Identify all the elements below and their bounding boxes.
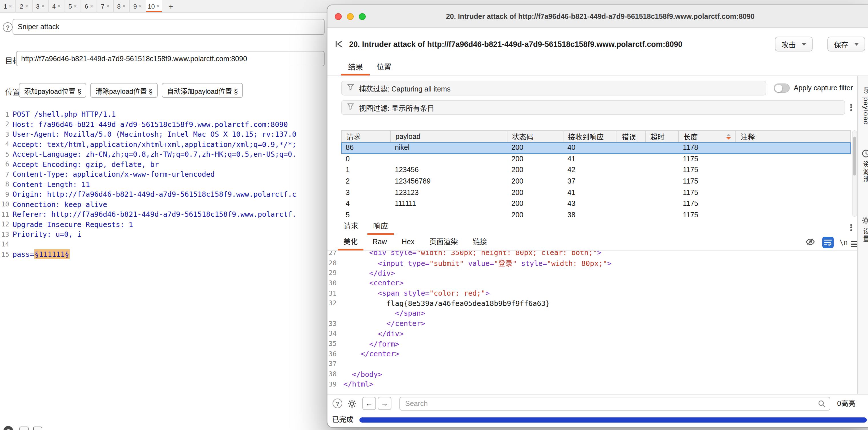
- cell: 1: [341, 165, 390, 176]
- tab-close-icon[interactable]: ×: [25, 3, 28, 9]
- position-button-2[interactable]: 自动添加payload位置 §: [162, 83, 243, 98]
- side-panel-设置[interactable]: 设置: [858, 216, 868, 242]
- zoom-button[interactable]: [359, 13, 366, 20]
- target-input[interactable]: [16, 51, 324, 66]
- request-editor[interactable]: 1POST /shell.php HTTP/1.12Host: f7a96d46…: [0, 109, 326, 275]
- tab-2[interactable]: 2×: [16, 0, 33, 12]
- cell: 1178: [678, 142, 736, 153]
- column-header-3[interactable]: 接收到响应: [563, 131, 617, 142]
- new-tab-button[interactable]: +: [165, 0, 177, 12]
- code-line: 28 <input type="submit" value="登录" style…: [328, 258, 857, 267]
- line-number: 4: [0, 140, 12, 148]
- view-filter-bar[interactable]: 视图过滤: 显示所有条目: [341, 100, 845, 115]
- view-tab-3[interactable]: 页面渲染: [424, 235, 464, 251]
- table-row[interactable]: 3123123200411175: [341, 188, 851, 199]
- tab-close-icon[interactable]: ×: [157, 3, 160, 9]
- help-icon-bottom[interactable]: ?: [3, 426, 13, 430]
- column-header-6[interactable]: 长度: [679, 131, 736, 142]
- tab-5[interactable]: 5×: [65, 0, 81, 12]
- attack-button[interactable]: 攻击: [775, 37, 813, 52]
- capture-filter-bar[interactable]: 捕获过滤: Capturing all items: [341, 81, 766, 95]
- code-line-text: <div style="width: 350px; height: 80px; …: [339, 251, 601, 257]
- tab-6[interactable]: 6×: [81, 0, 97, 12]
- position-button-0[interactable]: 添加payload位置 §: [19, 83, 86, 98]
- bottom-toolbar-button[interactable]: [33, 427, 42, 430]
- cell: [736, 142, 851, 153]
- tab-8[interactable]: 8×: [114, 0, 130, 12]
- result-tab-1[interactable]: 位置: [370, 60, 398, 76]
- cell: 123123: [390, 188, 507, 199]
- table-scrollbar[interactable]: [852, 131, 857, 217]
- tab-close-icon[interactable]: ×: [74, 3, 77, 9]
- request-line: 14: [0, 239, 326, 249]
- view-tab-4[interactable]: 链接: [467, 235, 493, 251]
- detail-menu-icon[interactable]: [846, 220, 856, 232]
- cell: 2: [341, 176, 390, 187]
- column-header-1[interactable]: payload: [391, 131, 507, 142]
- request-editor-lines: 1POST /shell.php HTTP/1.12Host: f7a96d46…: [0, 109, 326, 259]
- help-icon[interactable]: ?: [3, 22, 12, 32]
- cell: 111111: [390, 199, 507, 210]
- result-tab-0[interactable]: 结果: [341, 60, 370, 76]
- tab-close-icon[interactable]: ×: [122, 3, 126, 9]
- side-panel-资源池[interactable]: 资源池: [858, 149, 868, 183]
- detail-tab-0[interactable]: 请求: [338, 219, 364, 235]
- positions-label: 位置: [5, 86, 20, 97]
- table-row[interactable]: 4111111200431175: [341, 199, 851, 210]
- dock-back-icon[interactable]: [334, 39, 343, 51]
- request-line-text: Accept-Encoding: gzip, deflate, br: [12, 160, 159, 169]
- table-row[interactable]: 1123456200421175: [341, 165, 851, 176]
- save-button[interactable]: 保存: [828, 37, 865, 52]
- tab-close-icon[interactable]: ×: [57, 3, 61, 9]
- tab-1[interactable]: 1×: [0, 0, 16, 12]
- detail-tab-1[interactable]: 响应: [367, 219, 394, 235]
- column-header-5[interactable]: 超时: [646, 131, 679, 142]
- side-panel-label: 资源池: [861, 161, 868, 183]
- bottom-toolbar-button[interactable]: [20, 427, 29, 430]
- hide-icon[interactable]: [805, 237, 815, 249]
- column-header-0[interactable]: 请求: [342, 131, 391, 142]
- attack-name-input[interactable]: [12, 19, 324, 35]
- column-header-2[interactable]: 状态码: [507, 131, 563, 142]
- search-back-button[interactable]: ←: [362, 397, 376, 410]
- table-row[interactable]: 86nikel200401178: [341, 142, 851, 153]
- tab-close-icon[interactable]: ×: [90, 3, 93, 9]
- screen: 1×2×3×4×5×6×7×8×9×10× + ? 目标 位置 添加payloa…: [0, 0, 868, 430]
- position-button-1[interactable]: 清除payload位置 §: [90, 83, 158, 98]
- view-filter-menu-icon[interactable]: [846, 100, 856, 112]
- word-wrap-icon[interactable]: [822, 237, 834, 248]
- tab-9[interactable]: 9×: [130, 0, 146, 12]
- search-input[interactable]: [399, 397, 830, 410]
- tab-4[interactable]: 4×: [49, 0, 65, 12]
- view-tab-2[interactable]: Hex: [396, 235, 420, 251]
- code-line: 38 </body>: [328, 369, 857, 379]
- tab-10[interactable]: 10×: [146, 0, 162, 12]
- cell: 123456789: [390, 176, 507, 187]
- response-code-view[interactable]: 27 <div style="width: 350px; height: 80p…: [328, 251, 857, 394]
- tab-3[interactable]: 3×: [33, 0, 49, 12]
- tab-7[interactable]: 7×: [97, 0, 114, 12]
- footer-gear-icon[interactable]: [347, 399, 356, 410]
- request-line: 7Content-Type: application/x-www-form-ur…: [0, 169, 326, 179]
- footer-help-icon[interactable]: ?: [333, 399, 342, 408]
- side-panel-payload[interactable]: §payload: [858, 85, 868, 125]
- apply-capture-filter-toggle[interactable]: [774, 84, 790, 93]
- tab-close-icon[interactable]: ×: [106, 3, 110, 9]
- column-header-4[interactable]: 错误: [617, 131, 646, 142]
- column-header-7[interactable]: 注释: [736, 131, 850, 142]
- code-segment: "登录": [494, 259, 517, 267]
- table-row[interactable]: 5200381175: [341, 210, 851, 217]
- tab-close-icon[interactable]: ×: [138, 3, 142, 9]
- table-row[interactable]: 0200411175: [341, 153, 851, 165]
- table-row[interactable]: 2123456789200371175: [341, 176, 851, 187]
- tab-close-icon[interactable]: ×: [41, 3, 44, 9]
- newline-icon[interactable]: \n: [839, 235, 848, 250]
- scrollbar-thumb[interactable]: [853, 137, 856, 176]
- search-forward-button[interactable]: →: [378, 397, 392, 410]
- window-titlebar[interactable]: 20. Intruder attack of http://f7a96d46-b…: [328, 5, 868, 28]
- minimize-button[interactable]: [347, 13, 354, 20]
- tab-close-icon[interactable]: ×: [9, 3, 12, 9]
- close-button[interactable]: [335, 13, 342, 20]
- view-tab-0[interactable]: 美化: [338, 235, 364, 251]
- view-tab-1[interactable]: Raw: [367, 235, 393, 251]
